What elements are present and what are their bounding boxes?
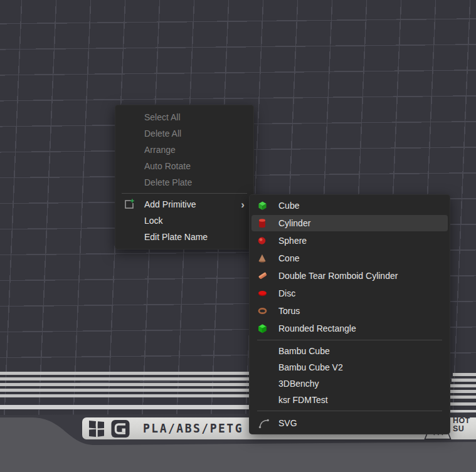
submenu-item-bambu-cube[interactable]: Bambu Cube <box>250 343 450 359</box>
menu-item-label: Auto Rotate <box>144 161 191 171</box>
submenu-item-cube[interactable]: Cube <box>250 197 450 214</box>
submenu-item-svg[interactable]: SVG <box>250 414 450 432</box>
menu-item-label: Add Primitive <box>144 199 196 209</box>
menu-item-label: Arrange <box>144 145 176 155</box>
rounded-rectangle-icon <box>258 324 267 333</box>
add-primitive-icon <box>123 199 135 211</box>
submenu-item-label: Sphere <box>278 236 307 246</box>
plate-material-label: PLA/ABS/PETG <box>143 421 243 435</box>
menu-item-delete-plate: Delete Plate <box>115 174 253 191</box>
submenu-item-cone[interactable]: Cone <box>250 249 450 267</box>
submenu-item-label: Disc <box>278 288 295 298</box>
submenu-item-ksr-fdmtest[interactable]: ksr FDMTest <box>250 392 450 408</box>
menu-item-delete-all: Delete All <box>115 125 253 142</box>
plate-brand-logo-icon <box>111 419 130 438</box>
bezier-curve-icon <box>258 417 270 429</box>
submenu-item-label: Bambu Cube <box>278 346 330 356</box>
menu-item-select-all: Select All <box>115 109 253 125</box>
torus-icon <box>258 308 267 315</box>
submenu-item-cylinder[interactable]: Cylinder <box>250 214 450 232</box>
menu-item-label: Delete All <box>144 128 181 139</box>
menu-item-add-primitive[interactable]: Add Primitive › <box>115 196 253 212</box>
menu-separator <box>122 193 247 194</box>
submenu-item-rounded-rectangle[interactable]: Rounded Rectangle <box>250 320 450 337</box>
slicer-app-window: PLA/ABS/PETG HOT SU Select All Delete Al… <box>0 0 476 472</box>
romboid-cylinder-icon <box>258 271 268 281</box>
submenu-item-label: Double Tear Romboid Cylinder <box>278 271 398 281</box>
submenu-item-label: 3DBenchy <box>278 379 319 389</box>
submenu-item-label: Rounded Rectangle <box>278 323 356 333</box>
submenu-item-label: Cone <box>278 253 299 263</box>
warning-text-line2: SU <box>453 425 470 433</box>
context-menu: Select All Delete All Arrange Auto Rotat… <box>115 105 254 249</box>
cylinder-icon <box>258 219 267 228</box>
menu-separator <box>257 340 442 340</box>
add-primitive-submenu: Cube Cylinder Sphere <box>249 194 450 434</box>
cone-icon <box>258 254 267 263</box>
submenu-item-3dbenchy[interactable]: 3DBenchy <box>250 375 450 392</box>
disc-icon <box>258 290 267 297</box>
submenu-item-disc[interactable]: Disc <box>250 285 450 302</box>
menu-item-label: Delete Plate <box>144 177 192 187</box>
submenu-item-label: Cylinder <box>278 218 310 228</box>
menu-item-auto-rotate: Auto Rotate <box>115 158 253 174</box>
submenu-item-double-tear-romboid-cylinder[interactable]: Double Tear Romboid Cylinder <box>250 267 450 285</box>
submenu-item-torus[interactable]: Torus <box>250 302 450 320</box>
submenu-item-label: Torus <box>278 306 300 316</box>
menu-item-label: Select All <box>144 112 181 122</box>
menu-item-arrange: Arrange <box>115 142 253 158</box>
submenu-chevron-icon: › <box>241 199 245 210</box>
submenu-item-label: ksr FDMTest <box>278 395 328 405</box>
window-grid-logo-icon <box>88 419 105 438</box>
cube-icon <box>258 201 267 211</box>
submenu-item-label: Bambu Cube V2 <box>278 362 343 372</box>
submenu-item-label: SVG <box>278 418 297 428</box>
submenu-item-bambu-cube-v2[interactable]: Bambu Cube V2 <box>250 359 450 375</box>
menu-item-lock[interactable]: Lock <box>115 212 253 229</box>
menu-separator <box>257 411 442 411</box>
submenu-item-label: Cube <box>278 201 299 211</box>
sphere-icon <box>258 237 266 245</box>
menu-item-edit-plate-name[interactable]: Edit Plate Name <box>115 229 253 245</box>
submenu-item-sphere[interactable]: Sphere <box>250 232 450 249</box>
menu-item-label: Edit Plate Name <box>144 232 208 242</box>
menu-item-label: Lock <box>144 216 163 226</box>
